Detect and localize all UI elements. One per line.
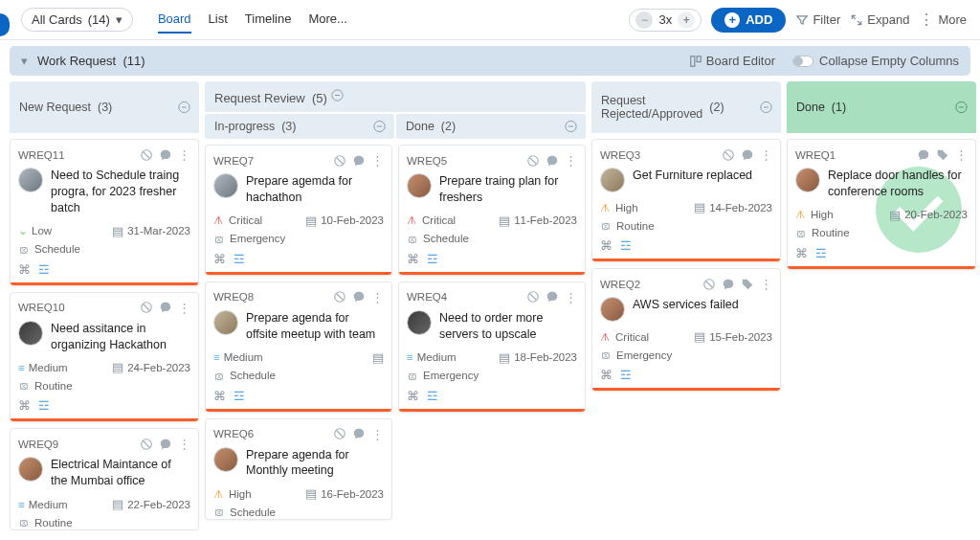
subtask-icon: ⌘ — [18, 262, 31, 277]
subtask-icon: ⌘ — [213, 389, 226, 403]
subcolumn-header-inprogress[interactable]: In-progress (3) — [205, 114, 394, 139]
expand-button[interactable]: Expand — [850, 12, 909, 27]
kebab-icon[interactable]: ⋮ — [565, 290, 577, 304]
kebab-icon[interactable]: ⋮ — [565, 153, 577, 168]
comment-icon[interactable] — [159, 148, 172, 162]
group-header[interactable]: Request Review (5) — [205, 81, 586, 112]
collapse-icon[interactable] — [564, 120, 578, 134]
block-icon[interactable] — [333, 154, 346, 168]
block-icon[interactable] — [140, 148, 153, 162]
avatar — [600, 297, 625, 322]
swimlane-header[interactable]: ▾ Work Request (11) Board Editor Collaps… — [10, 46, 970, 76]
tag-icon: ⦻ — [407, 369, 419, 383]
block-icon[interactable] — [722, 148, 735, 162]
tag-filled-icon[interactable] — [936, 148, 949, 162]
kebab-icon[interactable]: ⋮ — [760, 147, 772, 162]
block-icon[interactable] — [333, 290, 346, 304]
zoom-control: − 3x + — [629, 9, 702, 32]
card[interactable]: WREQ5⋮ Prepare traing plan for freshers … — [398, 145, 586, 276]
card-id: WREQ10 — [18, 302, 65, 313]
subtask-icon: ⌘ — [795, 246, 808, 260]
tab-list[interactable]: List — [209, 6, 228, 34]
collapse-icon[interactable] — [759, 101, 773, 115]
card[interactable]: WREQ11 ⋮ Need to Schedule traing progra,… — [10, 139, 199, 286]
card[interactable]: WREQ6⋮ Prepare agenda for Monthly meetin… — [205, 418, 392, 521]
comment-icon[interactable] — [722, 278, 735, 291]
collapse-icon[interactable] — [177, 101, 191, 115]
card[interactable]: WREQ10 ⋮ Need assitance in organizing Ha… — [10, 292, 199, 423]
checklist-icon: ☲ — [234, 389, 245, 403]
card[interactable]: WREQ3⋮ Get Furniture replaced ⩚High▤14-F… — [591, 139, 781, 262]
block-icon[interactable] — [140, 438, 153, 451]
comment-icon[interactable] — [352, 154, 366, 168]
avatar — [18, 321, 43, 346]
more-button[interactable]: ⋮ More — [919, 12, 967, 28]
block-icon[interactable] — [702, 278, 716, 291]
avatar — [213, 310, 238, 335]
calendar-icon: ▤ — [112, 224, 123, 238]
zoom-out-button[interactable]: − — [635, 11, 653, 29]
avatar — [795, 168, 820, 192]
kebab-icon[interactable]: ⋮ — [178, 437, 190, 451]
comment-icon[interactable] — [159, 301, 172, 314]
card[interactable]: WREQ2⋮ AWS services failed ⩚Critical▤15-… — [591, 268, 781, 392]
collapse-icon[interactable] — [954, 101, 969, 115]
svg-rect-1 — [697, 56, 701, 61]
svg-rect-0 — [691, 56, 695, 66]
comment-icon[interactable] — [741, 148, 754, 162]
calendar-icon: ▤ — [694, 329, 705, 344]
comment-icon[interactable] — [352, 427, 366, 440]
comment-icon[interactable] — [159, 438, 172, 451]
column-rejected-approved: Request Rejected/Approved (2) WREQ3⋮ Get… — [591, 81, 781, 392]
comment-icon[interactable] — [546, 154, 559, 168]
tag-icon: ⦻ — [213, 369, 226, 383]
comment-icon[interactable] — [917, 148, 930, 162]
block-icon[interactable] — [526, 154, 540, 168]
filter-button[interactable]: Filter — [795, 12, 840, 27]
chevron-down-icon: ▾ — [21, 54, 28, 68]
add-button[interactable]: + ADD — [711, 8, 786, 33]
tab-board[interactable]: Board — [158, 6, 191, 34]
tab-more[interactable]: More... — [308, 6, 346, 34]
subcolumn-header-done[interactable]: Done (2) — [396, 114, 586, 139]
card-id: WREQ11 — [18, 149, 65, 161]
card[interactable]: WREQ9 ⋮ Electrical Maintance of the Mumb… — [10, 428, 199, 530]
block-icon[interactable] — [526, 290, 540, 304]
collapse-icon[interactable] — [330, 88, 345, 102]
kebab-icon[interactable]: ⋮ — [760, 277, 772, 291]
comment-icon[interactable] — [546, 290, 559, 304]
kebab-icon[interactable]: ⋮ — [178, 301, 190, 315]
tab-timeline[interactable]: Timeline — [245, 6, 292, 34]
avatar — [407, 173, 432, 198]
card[interactable]: WREQ8⋮ Prepare agenda for offsite meetup… — [205, 281, 392, 413]
kebab-icon[interactable]: ⋮ — [178, 147, 190, 162]
collapse-empty-toggle[interactable]: Collapse Empty Columns — [792, 54, 959, 68]
topbar: All Cards (14) ▾ Board List Timeline Mor… — [0, 0, 980, 40]
card[interactable]: WREQ4⋮ Need to order more servers to ups… — [398, 281, 586, 413]
checklist-icon: ☲ — [815, 246, 827, 260]
column-header[interactable]: New Request (3) — [10, 81, 199, 133]
board-editor-button[interactable]: Board Editor — [689, 54, 775, 68]
priority-icon: ⩚ — [795, 209, 807, 220]
calendar-icon: ▤ — [112, 360, 123, 374]
block-icon[interactable] — [333, 427, 346, 440]
calendar-icon: ▤ — [499, 350, 510, 365]
column-done: Done (1) WREQ1⋮ Replace door handles for… — [787, 81, 976, 270]
kebab-icon[interactable]: ⋮ — [955, 147, 968, 162]
kebab-icon[interactable]: ⋮ — [371, 290, 384, 304]
card[interactable]: WREQ1⋮ Replace door handles for conferen… — [787, 139, 976, 270]
zoom-in-button[interactable]: + — [678, 11, 695, 29]
tag-filled-icon[interactable] — [741, 278, 754, 291]
card-filter-dropdown[interactable]: All Cards (14) ▾ — [21, 8, 133, 32]
card[interactable]: WREQ7⋮ Prepare agemda for hachathon ⩚Cri… — [205, 145, 392, 276]
kebab-icon[interactable]: ⋮ — [371, 153, 384, 168]
column-header[interactable]: Done (1) — [787, 81, 976, 133]
kebab-icon[interactable]: ⋮ — [371, 427, 384, 441]
more-icon: ⋮ — [919, 12, 934, 28]
tag-icon: ⦻ — [18, 242, 31, 257]
column-header[interactable]: Request Rejected/Approved (2) — [591, 81, 781, 133]
block-icon[interactable] — [140, 301, 153, 314]
comment-icon[interactable] — [352, 290, 366, 304]
calendar-icon: ▤ — [889, 208, 901, 222]
collapse-icon[interactable] — [372, 120, 387, 134]
